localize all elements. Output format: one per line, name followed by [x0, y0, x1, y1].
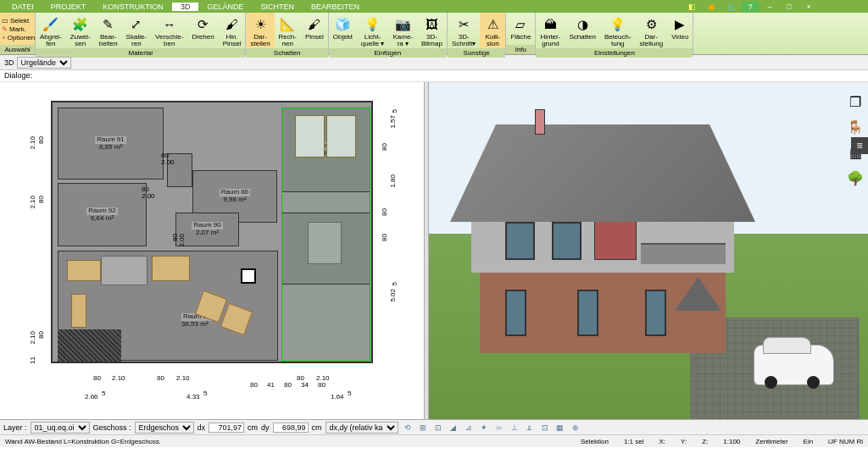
- tool-icon[interactable]: ◧: [683, 2, 700, 12]
- flaeche-button[interactable]: ▱Fläche: [506, 13, 535, 45]
- ribbon-label: Objekt: [333, 34, 353, 41]
- zuweisen-button[interactable]: 🧩Zuwei-sen: [66, 13, 95, 48]
- sb-icon[interactable]: ═: [493, 422, 505, 434]
- kamera-button[interactable]: 📷Kame-ra ▾: [388, 13, 417, 48]
- sb-icon[interactable]: ⊡: [432, 422, 444, 434]
- ribbon-label: Abgrei-fen: [40, 34, 62, 47]
- geschoss-select[interactable]: Erdgeschos: [135, 422, 194, 434]
- layers-icon[interactable]: ❐: [846, 92, 865, 111]
- room-91[interactable]: Raum 918,85 m²: [58, 108, 164, 180]
- z-label: Z:: [702, 438, 708, 445]
- rechnen-button[interactable]: 📐Rech-nen: [275, 13, 301, 48]
- minimize-icon[interactable]: –: [761, 2, 778, 12]
- sb-icon[interactable]: ▦: [554, 422, 566, 434]
- ribbon-icon: 🏔: [542, 15, 559, 32]
- sb-icon[interactable]: ⊥: [509, 422, 520, 434]
- sb-icon[interactable]: ⫫: [524, 422, 536, 434]
- sb-icon[interactable]: ⟲: [402, 422, 414, 434]
- y-label: Y:: [681, 438, 687, 445]
- view-2d[interactable]: Raum 918,85 m² Raum 926,64 m² Raum 869,9…: [0, 82, 424, 419]
- ribbon-label: Verschie-ben: [155, 34, 183, 47]
- ribbon-icon: 🖼: [423, 15, 440, 32]
- kollision-button[interactable]: ⚠Kolli-sion: [480, 13, 505, 48]
- auswahl-panel: ▭Selekt ✎Mark. +Optionen: [0, 13, 36, 45]
- furniture-icon[interactable]: 🪑: [846, 118, 865, 136]
- tool-icon[interactable]: ▣: [703, 2, 720, 12]
- close-icon[interactable]: ×: [800, 2, 817, 12]
- ribbon-icon: ⟳: [195, 15, 212, 32]
- plus-icon: +: [2, 34, 6, 41]
- ribbon-label: Pinsel: [305, 34, 324, 41]
- menu-sichten[interactable]: SICHTEN: [252, 3, 303, 11]
- ribbon-icon: 🧊: [334, 15, 351, 32]
- dy-input[interactable]: [273, 423, 309, 433]
- menu-projekt[interactable]: PROJEKT: [42, 3, 95, 11]
- menu-bearbeiten[interactable]: BEARBEITEN: [303, 3, 368, 11]
- menu-konstruktion[interactable]: KONSTRUKTION: [94, 3, 172, 11]
- sb-icon[interactable]: ⊿: [463, 422, 475, 434]
- floorplan: Raum 918,85 m² Raum 926,64 m² Raum 869,9…: [25, 94, 398, 407]
- room-92[interactable]: Raum 926,64 m²: [58, 183, 147, 246]
- maximize-icon[interactable]: □: [781, 2, 798, 12]
- group-einfuegen: Einfügen: [329, 48, 447, 58]
- x-label: X:: [659, 438, 665, 445]
- tree-icon[interactable]: 🌳: [846, 168, 865, 187]
- view-3d[interactable]: ❐ 🪑 ▦ 🌳 ≡: [429, 82, 868, 419]
- optionen-button[interactable]: +Optionen: [2, 34, 35, 41]
- beleuchtung-button[interactable]: 💡Beleuch-tung: [600, 13, 636, 48]
- abgreifen-button[interactable]: 🖌️Abgrei-fen: [36, 13, 66, 48]
- sb-icon[interactable]: ⊞: [417, 422, 429, 434]
- drehen-button[interactable]: ⟳Drehen: [187, 13, 218, 48]
- bitmap3d-button[interactable]: 🖼3D-Bitmap: [417, 13, 447, 48]
- ribbon-label: Zuwei-sen: [70, 34, 91, 47]
- layer-select[interactable]: Urgelände: [17, 57, 71, 69]
- hin-pinsel-button[interactable]: 🖌Hin.Pinsel: [219, 13, 246, 48]
- ribbon-label: Hin.Pinsel: [223, 34, 242, 47]
- geschoss-label: Geschoss :: [93, 423, 131, 432]
- selekt-button[interactable]: ▭Selekt: [2, 17, 29, 25]
- video-button[interactable]: ▶Video: [667, 13, 693, 48]
- ribbon: ▭Selekt ✎Mark. +Optionen Auswahl 🖌️Abgre…: [0, 13, 868, 55]
- dialoge-bar: Dialoge:: [0, 70, 868, 82]
- pinsel-button[interactable]: 🖌Pinsel: [301, 13, 328, 48]
- group-schatten: Schatten: [246, 48, 327, 58]
- sb-icon[interactable]: ◢: [448, 422, 459, 434]
- menu-datei[interactable]: DATEI: [3, 3, 42, 11]
- darstellung-button[interactable]: ⚙Dar-stellung: [636, 13, 668, 48]
- statusbar: Layer : 01_uq.eq.oi Geschoss : Erdgescho…: [0, 419, 868, 434]
- objekt-button[interactable]: 🧊Objekt: [329, 13, 357, 48]
- unit-label: Zentimeter: [755, 438, 787, 445]
- menu-3d[interactable]: 3D: [172, 3, 199, 11]
- dx-label: dx: [198, 423, 206, 432]
- auswahl-label: Auswahl: [0, 45, 35, 54]
- skalieren-button[interactable]: ⤢Skalie-ren: [122, 13, 151, 48]
- help-icon[interactable]: ?: [742, 2, 759, 12]
- car: [754, 345, 834, 385]
- ribbon-icon: 🧩: [72, 15, 89, 32]
- hintergrund-button[interactable]: 🏔Hinter-grund: [536, 13, 565, 48]
- last-label: iJF NUM Ri: [828, 438, 863, 445]
- tool-icon[interactable]: ◱: [722, 2, 739, 12]
- ribbon-label: Dar-stellen: [250, 34, 270, 47]
- dx-input[interactable]: [209, 423, 244, 433]
- verschieben-button[interactable]: ↔Verschie-ben: [151, 13, 187, 48]
- lichtquelle-button[interactable]: 💡Licht-quelle ▾: [357, 13, 389, 48]
- layer-select2[interactable]: 01_uq.eq.oi: [31, 422, 90, 434]
- mark-button[interactable]: ✎Mark.: [2, 25, 26, 33]
- ribbon-icon: ◑: [574, 15, 591, 32]
- darstellen-button[interactable]: ☀Dar-stellen: [246, 13, 274, 48]
- ribbon-label: Kame-ra ▾: [392, 34, 413, 47]
- group-einstellungen: Einstellungen: [536, 48, 693, 58]
- sb-icon[interactable]: ⊕: [570, 422, 581, 434]
- ribbon-label: Kolli-sion: [485, 34, 500, 47]
- coord-mode-select[interactable]: dx,dy (relativ ka: [326, 422, 398, 434]
- sb-icon[interactable]: ✦: [478, 422, 490, 434]
- ribbon-label: 3D-Schnitt▾: [452, 34, 476, 47]
- sb-icon[interactable]: ⊡: [539, 422, 551, 434]
- hamburger-icon[interactable]: ≡: [851, 137, 868, 154]
- ribbon-icon: ▶: [671, 15, 688, 32]
- menu-gelaende[interactable]: GELÄNDE: [198, 3, 252, 11]
- bearbeiten-button[interactable]: ✎Bear-beiten: [95, 13, 122, 48]
- schatten-settings-button[interactable]: ◑Schatten: [565, 13, 600, 48]
- schnitt3d-button[interactable]: ✂3D-Schnitt▾: [448, 13, 480, 48]
